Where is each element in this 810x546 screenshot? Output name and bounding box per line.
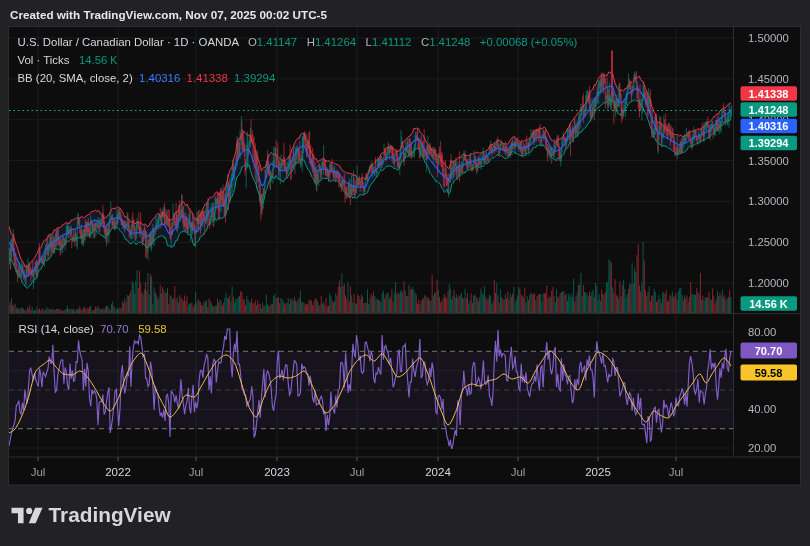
svg-text:Vol · Ticks 14.56 K: Vol · Ticks 14.56 K: [18, 54, 118, 66]
svg-text:1.30000: 1.30000: [748, 195, 789, 207]
svg-text:1.25000: 1.25000: [748, 236, 789, 248]
svg-text:59.58: 59.58: [755, 367, 783, 379]
svg-text:Jul: Jul: [189, 466, 204, 478]
svg-text:1.41248: 1.41248: [749, 104, 789, 116]
svg-text:BB (20, SMA, close, 2) 1.4031: BB (20, SMA, close, 2) 1.40316 1.41338 1…: [18, 72, 276, 84]
svg-text:RSI (14, close) 70.70 59.58: RSI (14, close) 70.70 59.58: [19, 323, 167, 335]
svg-text:1.40316: 1.40316: [749, 120, 789, 132]
svg-text:1.35000: 1.35000: [748, 155, 789, 167]
svg-text:14.56 K: 14.56 K: [749, 298, 788, 310]
svg-text:1.20000: 1.20000: [748, 277, 789, 289]
svg-text:20.00: 20.00: [748, 442, 776, 454]
svg-text:Created with TradingView.com,: Created with TradingView.com, Nov 07, 20…: [10, 8, 327, 21]
svg-text:1.39294: 1.39294: [749, 137, 790, 149]
svg-text:Jul: Jul: [31, 466, 46, 478]
svg-text:U.S. Dollar / Canadian Dollar: U.S. Dollar / Canadian Dollar · 1D · OAN…: [18, 36, 578, 48]
svg-text:2025: 2025: [585, 466, 611, 478]
svg-text:2023: 2023: [264, 466, 290, 478]
svg-text:Jul: Jul: [511, 466, 526, 478]
svg-text:2024: 2024: [425, 466, 451, 478]
svg-text:Jul: Jul: [350, 466, 365, 478]
svg-text:1.45000: 1.45000: [748, 73, 789, 85]
svg-text:1.41338: 1.41338: [749, 88, 789, 100]
svg-text:80.00: 80.00: [748, 326, 776, 338]
svg-text:2022: 2022: [105, 466, 131, 478]
svg-text:70.70: 70.70: [755, 345, 783, 357]
svg-text:40.00: 40.00: [748, 403, 776, 415]
svg-text:TradingView: TradingView: [49, 503, 172, 526]
svg-text:Jul: Jul: [669, 466, 684, 478]
svg-text:1.50000: 1.50000: [748, 32, 789, 44]
